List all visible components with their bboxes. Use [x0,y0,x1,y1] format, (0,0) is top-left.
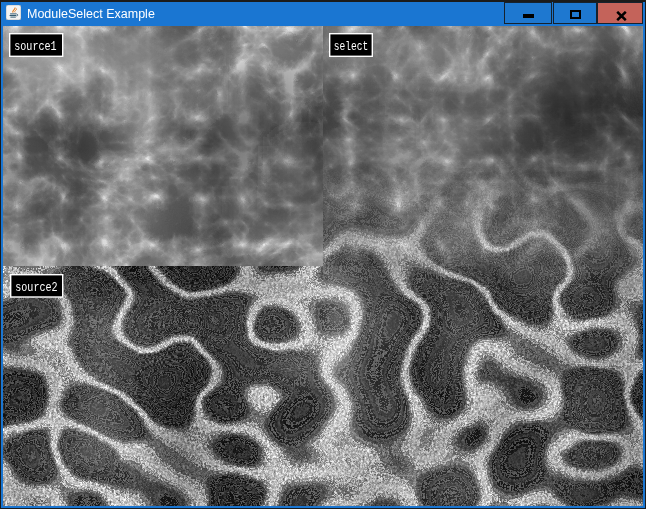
svg-text:source1: source1 [14,40,57,54]
svg-text:ModuleSelect Example: ModuleSelect Example [27,7,155,21]
svg-text:select: select [334,40,369,54]
svg-text:source2: source2 [15,281,58,295]
